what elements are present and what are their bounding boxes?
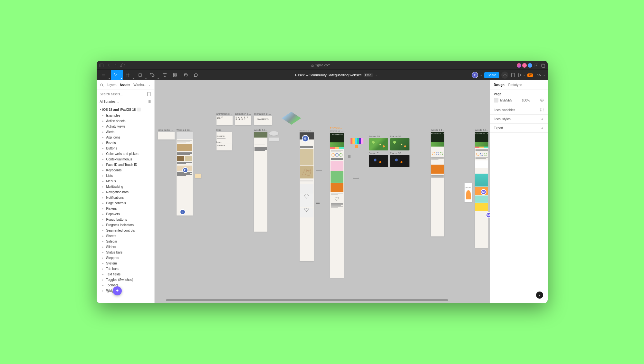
frame-label[interactable]: Intro xyxy=(216,141,232,144)
frame-label[interactable]: Frame 29 xyxy=(369,135,388,138)
asset-item[interactable]: ▸Bezels xyxy=(97,140,154,146)
help-button[interactable]: ? xyxy=(536,292,543,299)
local-styles-label[interactable]: Local styles xyxy=(494,117,511,121)
frame-label[interactable]: Frame 32 xyxy=(390,152,409,155)
frame-label[interactable]: Intro xyxy=(216,129,232,131)
notification-badge[interactable]: 47 xyxy=(527,73,533,77)
asset-item[interactable]: ▸Face ID and Touch ID xyxy=(97,162,154,168)
settings-icon[interactable] xyxy=(540,108,544,112)
tab-design[interactable]: Design xyxy=(494,81,505,89)
frame-label[interactable]: Words & I... xyxy=(300,129,314,132)
shape-tool[interactable] xyxy=(135,70,148,80)
page-color-swatch[interactable] xyxy=(494,98,498,102)
map-frame[interactable] xyxy=(390,155,409,167)
asset-search-input[interactable] xyxy=(100,92,147,96)
asset-item[interactable]: ▸Examples xyxy=(97,113,154,118)
asset-item[interactable]: ▸Pickers xyxy=(97,206,154,211)
library-name[interactable]: iOS 18 and iPadOS 18 xyxy=(102,108,136,111)
map-frame[interactable] xyxy=(369,155,388,167)
asset-item[interactable]: ▸Menus xyxy=(97,178,154,184)
asset-item[interactable]: ▸Toolbars xyxy=(97,283,154,288)
frame-label[interactable]: animation-ske... xyxy=(235,112,251,115)
comment-tool[interactable] xyxy=(191,70,201,80)
dev-mode-button[interactable] xyxy=(501,72,508,79)
present-icon[interactable] xyxy=(517,72,523,78)
asset-item[interactable]: ▸Sidebar xyxy=(97,239,154,244)
share-button[interactable]: Share xyxy=(484,72,499,78)
map-frame[interactable] xyxy=(390,138,409,150)
back-icon[interactable] xyxy=(106,63,111,68)
asset-item[interactable]: ▸Navigation bars xyxy=(97,189,154,195)
asset-item[interactable]: ▸Alerts xyxy=(97,129,154,135)
document-title[interactable]: Essex – Community Safeguarding website xyxy=(295,73,362,77)
zoom-level[interactable]: 7% xyxy=(535,73,542,77)
tab-assets[interactable]: Assets xyxy=(120,81,130,89)
chevron-down-icon[interactable]: ⌄ xyxy=(523,74,525,77)
local-variables-label[interactable]: Local variables xyxy=(494,108,515,112)
chevron-down-icon[interactable]: ⌄ xyxy=(116,101,119,103)
library-icon[interactable] xyxy=(510,72,515,78)
horizontal-scrollbar[interactable] xyxy=(156,299,488,302)
frame-label[interactable]: Intro audio & v... xyxy=(158,129,175,131)
frame-label[interactable]: Words & I... xyxy=(254,129,267,131)
page-selector[interactable]: Wirefra... xyxy=(133,81,147,89)
asset-item[interactable]: ▸Tab bars xyxy=(97,266,154,272)
asset-item[interactable]: ▸Activity views xyxy=(97,124,154,129)
library-icon[interactable] xyxy=(147,92,151,96)
sidebar-toggle-icon[interactable] xyxy=(99,63,104,68)
asset-item[interactable]: ▸Page controls xyxy=(97,200,154,206)
visibility-icon[interactable] xyxy=(540,98,544,102)
asset-item[interactable]: ▸System xyxy=(97,261,154,266)
main-menu-button[interactable] xyxy=(99,70,111,80)
asset-item[interactable]: ▸Segmented controls xyxy=(97,228,154,233)
plan-badge[interactable]: Free xyxy=(364,73,373,77)
share-browser-icon[interactable] xyxy=(534,63,539,68)
asset-item[interactable]: ▸Multitasking xyxy=(97,184,154,189)
browser-extensions[interactable] xyxy=(517,63,532,68)
add-icon[interactable] xyxy=(541,127,544,130)
asset-item[interactable]: ▸Popovers xyxy=(97,211,154,217)
tabs-icon[interactable] xyxy=(541,63,545,68)
asset-item[interactable]: ▸Popup buttons xyxy=(97,217,154,222)
asset-item[interactable]: ▸Notifications xyxy=(97,195,154,200)
asset-item[interactable]: ▸Color wells and pickers xyxy=(97,151,154,157)
page-opacity[interactable]: 100% xyxy=(522,99,530,102)
tab-prototype[interactable]: Prototype xyxy=(508,81,522,89)
asset-item[interactable]: ▸Progress indicators xyxy=(97,222,154,228)
resources-tool[interactable] xyxy=(170,70,180,80)
add-icon[interactable] xyxy=(541,118,544,121)
frame-tool[interactable] xyxy=(123,70,135,80)
frame-label[interactable]: Words & I... xyxy=(475,129,488,131)
hand-tool[interactable] xyxy=(180,70,191,80)
chevron-down-icon[interactable]: ⌄ xyxy=(375,74,378,77)
frame-label[interactable]: animation-ske... xyxy=(216,112,233,115)
chevron-down-icon[interactable]: ▾ xyxy=(100,108,101,111)
chevron-down-icon[interactable]: ⌄ xyxy=(149,83,151,86)
frame-label[interactable]: animation-ske... xyxy=(254,112,272,115)
asset-item[interactable]: ▸Sheets xyxy=(97,233,154,239)
asset-item[interactable]: ▸App icons xyxy=(97,135,154,140)
asset-item[interactable]: ▸Toggles (Switches) xyxy=(97,277,154,283)
canvas[interactable]: Intro audio & v... Words & imag... E xyxy=(155,80,490,303)
pen-tool[interactable] xyxy=(148,70,160,80)
frame-label[interactable]: Frame 31 xyxy=(369,152,388,155)
asset-item[interactable]: ▸Buttons xyxy=(97,146,154,151)
list-view-icon[interactable] xyxy=(147,100,151,103)
frame-label[interactable]: Words & I... xyxy=(431,129,444,131)
drag-handle[interactable]: ⠿ xyxy=(107,290,110,293)
address-bar[interactable]: figma.com xyxy=(129,63,513,67)
text-tool[interactable] xyxy=(160,70,170,80)
tab-layers[interactable]: Layers xyxy=(107,81,117,89)
asset-item[interactable]: ▸Lists xyxy=(97,173,154,178)
asset-item[interactable]: ▸Steppers xyxy=(97,255,154,261)
export-label[interactable]: Export xyxy=(494,126,503,130)
library-filter[interactable]: All libraries xyxy=(100,100,116,103)
asset-item[interactable]: ▸Sliders xyxy=(97,244,154,250)
frame-label[interactable]: Words & I... xyxy=(330,129,344,132)
chevron-down-icon[interactable]: ⌄ xyxy=(480,74,482,77)
frame-label[interactable]: FRAGMENTS xyxy=(330,126,344,129)
frame-label[interactable]: Frame 30 xyxy=(390,135,409,138)
reload-icon[interactable] xyxy=(120,63,125,68)
frame-label[interactable]: Words & imag... xyxy=(177,129,193,131)
asset-item[interactable]: ▸Status bars xyxy=(97,250,154,255)
